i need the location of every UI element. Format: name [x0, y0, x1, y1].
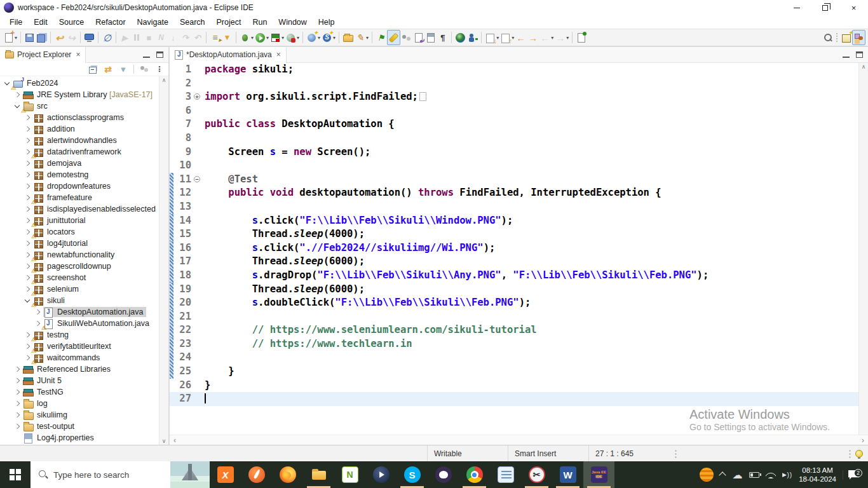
chevron-right-icon[interactable]	[23, 241, 33, 245]
taskbar-chrome-button[interactable]	[459, 461, 490, 488]
dropdown-arrow-icon[interactable]: ▾	[266, 35, 269, 41]
next-edit-location-button[interactable]	[412, 30, 424, 45]
menu-help[interactable]: Help	[313, 17, 341, 28]
taskbar-media-player-button[interactable]	[365, 461, 397, 488]
code-line-6[interactable]: 6	[170, 104, 858, 118]
taskbar-xampp-button[interactable]: X	[210, 461, 241, 488]
scroll-up-icon[interactable]: ∧	[862, 64, 866, 70]
wifi-icon[interactable]	[766, 471, 776, 478]
profile-button[interactable]: ▾	[285, 30, 300, 45]
code-line-8[interactable]: 8	[170, 132, 858, 146]
code-line-19[interactable]: 19 Thread.sleep(6000);	[170, 283, 858, 297]
menu-file[interactable]: File	[4, 17, 28, 28]
tree-item-desktopautomation-java[interactable]: DesktopAutomation.java	[0, 306, 159, 318]
chevron-right-icon[interactable]	[23, 161, 33, 165]
run-tool-config-button[interactable]	[221, 30, 233, 45]
step-over-button[interactable]	[179, 30, 191, 45]
last-edit-location-button[interactable]	[424, 30, 437, 45]
code-line-3[interactable]: 3+import org.sikuli.script.FindFailed;	[170, 90, 858, 104]
chevron-right-icon[interactable]	[23, 139, 33, 142]
save-all-button[interactable]	[36, 30, 48, 45]
battery-icon[interactable]	[749, 472, 759, 478]
new-web-service-button[interactable]: ▾	[321, 30, 336, 45]
code-line-24[interactable]: 24	[170, 351, 858, 365]
taskbar-clock[interactable]: 08:13 AM 18-04-2024	[799, 466, 836, 484]
chevron-right-icon[interactable]	[23, 116, 33, 119]
fold-collapse-icon[interactable]: −	[193, 173, 202, 187]
undo-button[interactable]	[53, 30, 65, 45]
taskbar-file-explorer-button[interactable]	[303, 461, 334, 488]
dropdown-arrow-icon[interactable]: ▾	[566, 35, 569, 41]
tree-item-jre-system-library[interactable]: JRE System Library [JavaSE-17]	[0, 89, 159, 100]
editor-tab-close-icon[interactable]: ×	[276, 50, 281, 59]
code-line-21[interactable]: 21	[170, 310, 858, 324]
scroll-left-icon[interactable]: ‹	[173, 436, 176, 445]
next-annotation-button[interactable]: ▾	[484, 30, 499, 45]
run-last-tool-button[interactable]	[209, 30, 221, 45]
disconnect-button[interactable]	[155, 30, 167, 45]
tree-item-junittutorial[interactable]: junittutorial	[0, 215, 159, 226]
code-line-14[interactable]: 14 s.click("F:\\Lib\\Feb\\Sikuli\\Window…	[170, 214, 858, 228]
redo-button[interactable]	[65, 30, 78, 45]
tree-item-waitcommands[interactable]: waitcommands	[0, 352, 159, 363]
restore-button[interactable]	[811, 0, 839, 15]
run-button[interactable]: ▾	[254, 30, 269, 45]
start-button[interactable]	[0, 461, 31, 488]
onedrive-cloud-icon[interactable]: ☁	[733, 469, 743, 481]
chevron-right-icon[interactable]	[13, 402, 23, 405]
tab-desktopautomation[interactable]: *DesktopAutomation.java ×	[170, 47, 287, 63]
code-line-22[interactable]: 22 // https://www.seleniumlearn.com/siku…	[170, 323, 858, 337]
open-file-button[interactable]	[342, 30, 354, 45]
menu-project[interactable]: Project	[211, 17, 247, 28]
back-edit-button[interactable]	[515, 30, 527, 45]
explorer-scrollbar[interactable]: ∧ ∨	[159, 76, 168, 445]
collapse-all-icon[interactable]	[88, 64, 98, 74]
show-hidden-icons-chevron[interactable]	[720, 471, 726, 478]
chevron-right-icon[interactable]	[33, 310, 43, 314]
code-line-16[interactable]: 16 s.click(".//Feb2024//sikuliimg//Wi.PN…	[170, 241, 858, 255]
editor-minimize-icon[interactable]	[843, 57, 850, 58]
tree-item-testng[interactable]: testng	[0, 329, 159, 341]
code-line-18[interactable]: 18 s.dragDrop("F:\\Lib\\Feb\\Sikuli\\Any…	[170, 269, 858, 283]
code-line-11[interactable]: 11− @Test	[170, 173, 858, 187]
step-into-button[interactable]	[167, 30, 179, 45]
tree-item-src[interactable]: src	[0, 100, 159, 112]
action-center-button[interactable]: 2	[843, 470, 864, 480]
scroll-down-icon[interactable]: ∨	[162, 438, 166, 444]
chevron-right-icon[interactable]	[13, 93, 23, 97]
code-editor[interactable]: 1package sikuli;23+import org.sikuli.scr…	[170, 63, 858, 435]
menu-search[interactable]: Search	[174, 17, 211, 28]
dropdown-arrow-icon[interactable]: ▾	[366, 35, 369, 41]
taskbar-notepad-plus-plus-button[interactable]	[334, 461, 365, 488]
view-menu-icon[interactable]	[154, 64, 165, 74]
chevron-right-icon[interactable]	[13, 367, 23, 371]
code-line-7[interactable]: 7public class DesktopAutomation {	[170, 118, 858, 132]
chevron-right-icon[interactable]	[23, 184, 33, 188]
code-line-25[interactable]: 25 }	[170, 365, 858, 379]
perspective-javaee-button[interactable]	[852, 30, 865, 45]
new-servlet-button[interactable]: ▾	[306, 30, 321, 45]
code-line-27[interactable]: 27	[170, 392, 858, 406]
tree-item-log4j-properties[interactable]: Log4j.properties	[0, 432, 159, 444]
coverage-button[interactable]: ▾	[269, 30, 285, 45]
tree-item-alertwindowhandles[interactable]: alertwindowhandles	[0, 135, 159, 146]
terminate-button[interactable]	[143, 30, 155, 45]
forward-button[interactable]: ▾	[554, 30, 569, 45]
taskbar-skype-button[interactable]: S	[397, 461, 428, 488]
tree-item-referenced-libraries[interactable]: Referenced Libraries	[0, 363, 159, 375]
explorer-minimize-icon[interactable]	[143, 57, 150, 58]
new-wizard-button[interactable]: ▾	[3, 30, 18, 45]
dropdown-arrow-icon[interactable]: ▾	[281, 35, 284, 41]
tree-item-framefeature[interactable]: framefeature	[0, 192, 159, 203]
tree-item-demojava[interactable]: demojava	[0, 158, 159, 169]
taskbar-search[interactable]: Type here to search	[31, 461, 210, 488]
tab-project-explorer[interactable]: Project Explorer ×	[0, 47, 86, 63]
code-line-15[interactable]: 15 Thread.sleep(4000);	[170, 227, 858, 241]
tree-item-sikuliwebautomation-java[interactable]: SikuliWebAutomation.java	[0, 318, 159, 329]
debug-button[interactable]: ▾	[239, 30, 254, 45]
chevron-right-icon[interactable]	[13, 413, 23, 417]
menu-source[interactable]: Source	[53, 17, 90, 28]
honeygain-tray-icon[interactable]	[700, 468, 714, 482]
scroll-right-icon[interactable]: ›	[862, 436, 864, 445]
code-line-26[interactable]: 26}	[170, 379, 858, 393]
